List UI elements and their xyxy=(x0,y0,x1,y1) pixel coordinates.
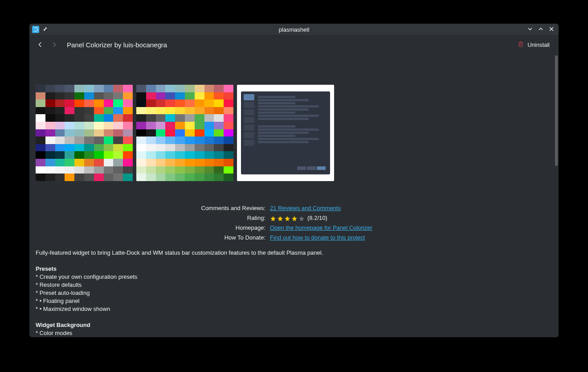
donate-label: How To Donate: xyxy=(36,233,265,243)
star-icon xyxy=(284,215,290,222)
window-title: plasmashell xyxy=(29,26,559,33)
section-heading: Presets xyxy=(36,265,548,273)
screenshot-thumbnails xyxy=(36,85,548,181)
list-item: * Preset auto-loading xyxy=(36,289,548,297)
list-item: * • Floating panel xyxy=(36,297,548,305)
list-item: * • Maximized window shown xyxy=(36,305,548,313)
screenshot-thumbnail[interactable] xyxy=(36,85,133,181)
maximize-icon[interactable] xyxy=(538,26,543,33)
list-item: * Create your own configuration presets xyxy=(36,273,548,281)
rating-value: (8.2/10) xyxy=(307,215,327,221)
close-icon[interactable] xyxy=(549,26,554,33)
rating-stars xyxy=(270,215,305,222)
uninstall-button[interactable]: Uninstall xyxy=(514,39,552,50)
star-icon xyxy=(298,215,305,222)
content-wrap: Comments and Reviews: 21 Reviews and Com… xyxy=(29,54,559,337)
reviews-label: Comments and Reviews: xyxy=(36,203,265,213)
toolbar: Panel Colorizer by luis-bocanegra Uninst… xyxy=(29,36,559,54)
section-heading: Widget Background xyxy=(36,321,548,329)
page-title: Panel Colorizer by luis-bocanegra xyxy=(67,41,167,49)
trash-icon xyxy=(517,41,524,49)
minimize-icon[interactable] xyxy=(527,26,533,33)
content: Comments and Reviews: 21 Reviews and Com… xyxy=(29,54,554,337)
homepage-link[interactable]: Open the homepage for Panel Colorizer xyxy=(270,224,372,231)
homepage-label: Homepage: xyxy=(36,223,265,233)
reviews-link[interactable]: 21 Reviews and Comments xyxy=(270,205,341,211)
star-icon xyxy=(277,215,283,222)
titlebar: plasmashell xyxy=(29,24,559,36)
star-icon xyxy=(270,215,276,222)
pin-icon[interactable] xyxy=(42,26,48,33)
back-button[interactable] xyxy=(36,40,45,49)
screenshot-thumbnail[interactable] xyxy=(237,85,334,181)
screenshot-thumbnail[interactable] xyxy=(136,85,233,181)
description: Fully-featured widget to bring Latte-Doc… xyxy=(36,249,548,337)
donate-link[interactable]: Find out how to donate to this project xyxy=(270,234,365,241)
list-item: * Restore defaults xyxy=(36,281,548,289)
metadata: Comments and Reviews: 21 Reviews and Com… xyxy=(36,203,548,243)
star-icon xyxy=(291,215,298,222)
description-intro: Fully-featured widget to bring Latte-Doc… xyxy=(36,249,548,257)
window: plasmashell Panel Colorizer by luis-boca… xyxy=(29,24,559,337)
scrollbar-thumb[interactable] xyxy=(555,55,558,166)
rating-label: Rating: xyxy=(36,213,265,223)
app-icon xyxy=(32,26,39,33)
uninstall-label: Uninstall xyxy=(527,41,550,48)
forward-button[interactable] xyxy=(50,40,59,49)
scrollbar[interactable] xyxy=(554,54,559,337)
list-item: * Color modes xyxy=(36,329,548,337)
